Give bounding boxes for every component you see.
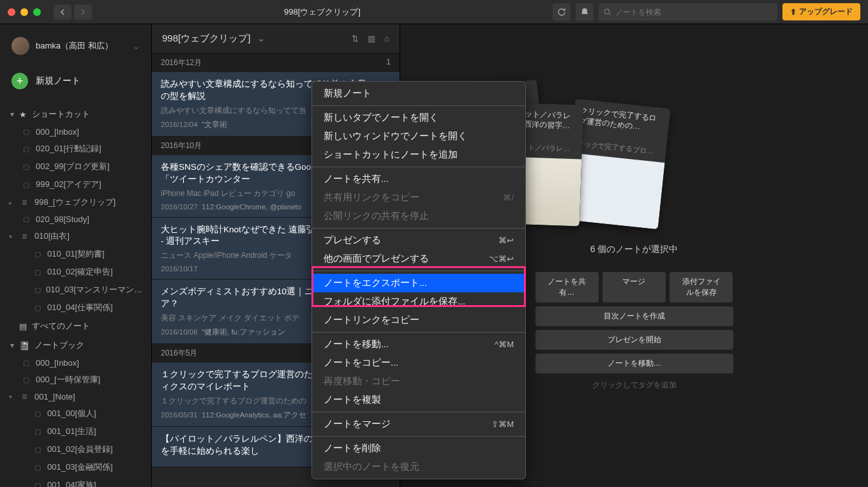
upgrade-icon: ⬆ xyxy=(790,8,797,17)
context-menu-item[interactable]: 新規ノート xyxy=(312,84,525,103)
sidebar-item[interactable]: ▢001_04[家族] xyxy=(0,476,151,487)
chevron-down-icon: ▾ xyxy=(10,110,14,119)
context-menu-item: 再度移動・コピー xyxy=(312,372,525,391)
menu-item-label: 新しいタブでノートを開く xyxy=(324,112,438,124)
menu-separator xyxy=(312,105,525,106)
account-menu[interactable]: bamka（高田 和広） ⌄ xyxy=(0,32,151,60)
note-icon: ▢ xyxy=(34,463,42,472)
menu-item-label: ノートリンクをコピー xyxy=(324,314,419,326)
star-icon: ★ xyxy=(19,110,27,119)
sidebar-item[interactable]: ▢000_[一時保管庫] xyxy=(0,371,151,389)
start-presentation-button[interactable]: プレゼンを開始 xyxy=(535,330,733,350)
sidebar-item[interactable]: ▸≣998_[ウェブクリップ] xyxy=(0,193,151,211)
sidebar-item[interactable]: ▢010_02[確定申告] xyxy=(0,263,151,281)
create-toc-button[interactable]: 目次ノートを作成 xyxy=(535,306,733,326)
context-menu-item[interactable]: 新しいウィンドウでノートを開く xyxy=(312,127,525,146)
context-menu-item[interactable]: ノートをコピー... xyxy=(312,354,525,372)
sidebar-item[interactable]: ▢010_03[マンスリーマン… xyxy=(0,281,151,299)
context-menu-item[interactable]: 他の画面でプレゼンする⌥⌘↩ xyxy=(312,250,525,268)
notes-icon: ▤ xyxy=(19,322,27,331)
note-icon: ▢ xyxy=(23,128,31,136)
sidebar-item[interactable]: ▢010_01[契約書] xyxy=(0,245,151,263)
minimize-window-button[interactable] xyxy=(20,8,28,16)
sidebar-item-yui[interactable]: ▾≣010[由衣] xyxy=(0,227,151,245)
sidebar-all-notes[interactable]: ▤ すべてのノート xyxy=(0,317,151,336)
sidebar-item[interactable]: ▢010_04[仕事関係] xyxy=(0,299,151,317)
merge-button[interactable]: マージ xyxy=(602,272,666,303)
sidebar-item[interactable]: ▢002_99[ブログ更新] xyxy=(0,158,151,176)
note-list-header: 998[ウェブクリップ] ⌄ ⇅ ▥ ⌂ xyxy=(152,24,400,54)
note-list-title[interactable]: 998[ウェブクリップ] ⌄ xyxy=(162,33,352,45)
stack-icon: ≣ xyxy=(22,232,29,241)
context-menu-item[interactable]: ノートを移動...^⌘M xyxy=(312,335,525,354)
context-menu-item[interactable]: ノートをエクスポート... xyxy=(312,274,525,292)
note-icon: ▢ xyxy=(34,304,42,312)
sidebar-item[interactable]: ▢001_00[個人] xyxy=(0,405,151,423)
sidebar-item[interactable]: ▢000_[Inbox] xyxy=(0,355,151,371)
avatar xyxy=(11,37,29,55)
sidebar-item[interactable]: ▢001_03[金融関係] xyxy=(0,458,151,476)
context-menu-item[interactable]: ショートカットにノートを追加 xyxy=(312,146,525,164)
chevron-down-icon: ▾ xyxy=(10,341,14,350)
note-icon: ▢ xyxy=(34,268,42,276)
sidebar-item-note[interactable]: ▾≣001_[Note] xyxy=(0,389,151,405)
upgrade-label: アップグレード xyxy=(799,6,853,17)
menu-item-label: ノートをマージ xyxy=(324,418,391,430)
sidebar-item[interactable]: ▢001_02[会員登録] xyxy=(0,440,151,458)
new-note-label: 新規ノート xyxy=(36,75,80,87)
sync-button[interactable] xyxy=(553,3,571,21)
sidebar-item[interactable]: ▢020_98[Study] xyxy=(0,211,151,227)
sidebar-item[interactable]: ▢000_[Inbox] xyxy=(0,124,151,140)
menu-item-label: ノートを複製 xyxy=(324,394,381,406)
stack-icon: ≣ xyxy=(22,393,29,401)
context-menu-item[interactable]: フォルダに添付ファイルを保存... xyxy=(312,292,525,311)
note-icon: ▢ xyxy=(23,163,31,171)
sort-icon[interactable]: ⇅ xyxy=(352,34,359,43)
move-notes-button[interactable]: ノートを移動… xyxy=(535,354,733,373)
sidebar-item[interactable]: ▢001_01[生活] xyxy=(0,423,151,440)
context-menu-item[interactable]: ノートを削除 xyxy=(312,439,525,458)
new-note-button[interactable]: + 新規ノート xyxy=(0,66,151,96)
search-box[interactable] xyxy=(599,3,777,21)
username: bamka（高田 和広） xyxy=(36,40,126,52)
context-menu-item[interactable]: プレゼンする⌘↩ xyxy=(312,231,525,250)
context-menu-item[interactable]: 新しいタブでノートを開く xyxy=(312,109,525,127)
menu-separator xyxy=(312,271,525,271)
note-icon: ▢ xyxy=(34,428,42,436)
menu-item-label: ノートを移動... xyxy=(324,338,389,350)
chevron-down-icon: ⌄ xyxy=(257,33,266,43)
context-menu-item: 公開リンクの共有を停止 xyxy=(312,207,525,225)
notebook-icon: 📓 xyxy=(19,341,29,350)
menu-item-label: プレゼンする xyxy=(324,234,381,246)
date-group-header: 2016年12月 1 xyxy=(152,54,400,72)
save-attachments-button[interactable]: 添付ファイルを保存 xyxy=(670,272,733,303)
context-menu-item[interactable]: ノートリンクをコピー xyxy=(312,311,525,329)
context-menu-item[interactable]: ノートを複製 xyxy=(312,391,525,409)
close-window-button[interactable] xyxy=(8,8,15,16)
menu-item-label: 公開リンクの共有を停止 xyxy=(324,210,429,222)
forward-button[interactable] xyxy=(74,4,92,20)
filter-icon[interactable]: ⌂ xyxy=(384,34,389,43)
titlebar: 998[ウェブクリップ] ⬆ アップグレード xyxy=(0,0,868,24)
back-button[interactable] xyxy=(54,4,71,20)
menu-item-label: ショートカットにノートを追加 xyxy=(324,149,458,161)
upgrade-button[interactable]: ⬆ アップグレード xyxy=(782,3,860,20)
menu-item-label: 新しいウィンドウでノートを開く xyxy=(324,130,467,142)
context-menu-item[interactable]: ノートをマージ⇧⌘M xyxy=(312,415,525,433)
sidebar-item[interactable]: ▢020_01[行動記録] xyxy=(0,140,151,158)
menu-item-shortcut: ⌥⌘↩ xyxy=(489,254,514,264)
sidebar-shortcuts-header[interactable]: ▾ ★ ショートカット xyxy=(0,105,151,124)
sidebar-item[interactable]: ▢999_02[アイデア] xyxy=(0,176,151,193)
search-input[interactable] xyxy=(615,8,772,17)
context-menu-item[interactable]: ノートを共有... xyxy=(312,170,525,188)
all-notes-label: すべてのノート xyxy=(32,320,90,332)
notifications-button[interactable] xyxy=(576,3,594,21)
menu-separator xyxy=(312,228,525,229)
maximize-window-button[interactable] xyxy=(33,8,41,16)
view-icon[interactable]: ▥ xyxy=(368,34,375,43)
share-notes-button[interactable]: ノートを共有… xyxy=(535,272,599,303)
sidebar-notebooks-header[interactable]: ▾ 📓 ノートブック xyxy=(0,336,151,355)
note-icon: ▢ xyxy=(34,250,42,258)
shortcuts-label: ショートカット xyxy=(32,109,90,120)
menu-separator xyxy=(312,167,525,167)
